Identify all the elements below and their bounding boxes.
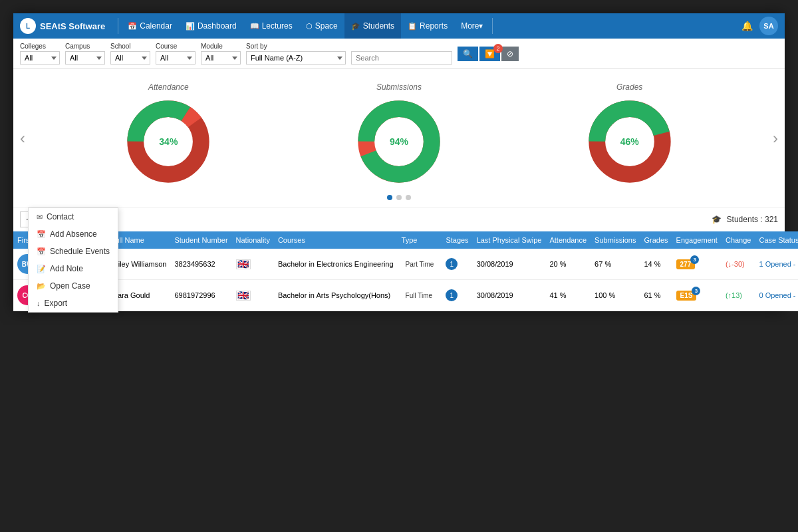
- navbar: L SEAtS Software 📅 Calendar 📊 Dashboard …: [13, 13, 785, 39]
- module-select[interactable]: All: [201, 51, 241, 65]
- nav-more[interactable]: More▾: [454, 13, 489, 39]
- space-icon: ⬡: [306, 22, 313, 31]
- context-contact-label: Contact: [47, 212, 74, 221]
- nav-dashboard-label: Dashboard: [198, 21, 237, 31]
- grades-percent: 46%: [620, 136, 639, 147]
- cell-submissions: 100 %: [591, 280, 640, 311]
- contact-icon: ✉: [37, 213, 43, 221]
- export-icon: ↓: [37, 299, 41, 307]
- students-count-label: Students : 321: [727, 215, 778, 224]
- col-attendance[interactable]: Attendance: [545, 231, 591, 249]
- calendar-icon: 📅: [128, 22, 137, 31]
- avatar[interactable]: SA: [759, 17, 778, 35]
- cell-stages: 1: [442, 249, 472, 280]
- nav-students[interactable]: 🎓 Students: [344, 13, 401, 39]
- lectures-icon: 📖: [250, 22, 259, 31]
- chart-next-button[interactable]: ›: [773, 129, 778, 148]
- chart-dot-2[interactable]: [396, 195, 402, 200]
- col-submissions[interactable]: Submissions: [591, 231, 640, 249]
- col-engagement[interactable]: Engagement: [672, 231, 722, 249]
- course-label: Course: [156, 43, 196, 50]
- school-label: School: [110, 43, 150, 50]
- nav-lectures-label: Lectures: [262, 21, 293, 31]
- brand-name: SEAtS Software: [40, 21, 105, 31]
- campus-select[interactable]: All: [65, 51, 105, 65]
- col-student-number[interactable]: Student Number: [170, 231, 231, 249]
- nav-space[interactable]: ⬡ Space: [299, 13, 344, 39]
- col-last-swipe[interactable]: Last Physical Swipe: [473, 231, 546, 249]
- type-badge: Part Time: [402, 259, 438, 269]
- context-add-note-label: Add Note: [50, 264, 83, 273]
- engagement-badge: 277 3: [676, 259, 696, 269]
- schedule-icon: 📅: [37, 247, 46, 256]
- flag-icon: 🇬🇧: [236, 259, 251, 269]
- context-schedule-events[interactable]: 📅 Schedule Events: [29, 243, 118, 260]
- col-grades[interactable]: Grades: [640, 231, 672, 249]
- clear-filter-button[interactable]: ⊘: [501, 47, 519, 61]
- chart-dot-1[interactable]: [387, 195, 392, 200]
- col-case-status[interactable]: Case Status: [755, 231, 798, 249]
- nav-calendar[interactable]: 📅 Calendar: [121, 13, 179, 39]
- table-row[interactable]: BW Briley Williamson Briley Williamson 3…: [13, 249, 798, 280]
- context-open-case[interactable]: 📂 Open Case: [29, 277, 118, 295]
- cell-change: (↓-30): [722, 249, 755, 280]
- context-open-case-label: Open Case: [50, 281, 90, 291]
- colleges-filter: Colleges All: [20, 43, 60, 65]
- nav-dashboard[interactable]: 📊 Dashboard: [179, 13, 243, 39]
- col-courses[interactable]: Courses: [274, 231, 398, 249]
- submissions-chart: Submissions 94%: [356, 82, 442, 185]
- context-add-absence-label: Add Absence: [50, 229, 97, 239]
- submissions-donut: 94%: [356, 98, 442, 185]
- cell-nationality: 🇬🇧: [232, 280, 274, 311]
- students-count: 🎓 Students : 321: [712, 215, 778, 224]
- sort-filter: Sort by Full Name (A-Z): [246, 43, 346, 65]
- cell-attendance: 41 %: [545, 280, 591, 311]
- table-row[interactable]: CG Clara Gould Clara Gould 6981972996 🇬🇧…: [13, 280, 798, 311]
- campus-label: Campus: [65, 43, 105, 50]
- cell-engagement: E1S 3: [672, 280, 722, 311]
- engagement-sup: 3: [692, 287, 700, 295]
- context-export[interactable]: ↓ Export: [29, 295, 118, 312]
- context-export-label: Export: [45, 299, 68, 308]
- school-select[interactable]: All: [110, 51, 150, 65]
- cell-last-swipe: 30/08/2019: [473, 280, 546, 311]
- cell-last-swipe: 30/08/2019: [473, 249, 546, 280]
- context-add-absence[interactable]: 📅 Add Absence: [29, 225, 118, 243]
- dashboard-icon: 📊: [186, 22, 195, 31]
- sort-label: Sort by: [246, 43, 346, 50]
- sort-select[interactable]: Full Name (A-Z): [246, 51, 346, 65]
- nav-students-label: Students: [363, 21, 394, 31]
- chart-prev-button[interactable]: ‹: [20, 129, 25, 148]
- chart-dots: [13, 195, 785, 200]
- filter-button[interactable]: 🔽 2: [479, 47, 500, 61]
- context-add-note[interactable]: 📝 Add Note: [29, 260, 118, 277]
- col-change[interactable]: Change: [722, 231, 755, 249]
- cell-grades: 61 %: [640, 280, 672, 311]
- filter-badge: 2: [493, 44, 503, 53]
- change-value: (↑13): [726, 291, 742, 299]
- search-input[interactable]: [351, 51, 452, 65]
- attendance-percent: 34%: [159, 136, 178, 147]
- cell-courses: Bachelor in Arts Psychology(Hons): [274, 280, 398, 311]
- colleges-label: Colleges: [20, 43, 60, 50]
- context-contact[interactable]: ✉ Contact: [29, 208, 118, 225]
- colleges-select[interactable]: All: [20, 51, 60, 65]
- campus-filter: Campus All: [65, 43, 105, 65]
- brand[interactable]: L SEAtS Software: [20, 18, 105, 34]
- flag-icon: 🇬🇧: [236, 291, 251, 301]
- col-type[interactable]: Type: [398, 231, 442, 249]
- search-button[interactable]: 🔍: [458, 47, 478, 61]
- context-menu: ✉ Contact 📅 Add Absence 📅 Schedule Event…: [28, 207, 118, 313]
- cell-grades: 14 %: [640, 249, 672, 280]
- nav-reports[interactable]: 📋 Reports: [401, 13, 454, 39]
- course-select[interactable]: All: [156, 51, 196, 65]
- school-filter: School All: [110, 43, 150, 65]
- col-nationality[interactable]: Nationality: [232, 231, 274, 249]
- cell-type: Full Time: [398, 280, 442, 311]
- submissions-title: Submissions: [376, 82, 422, 92]
- nav-reports-label: Reports: [420, 21, 448, 31]
- col-stages[interactable]: Stages: [442, 231, 472, 249]
- nav-lectures[interactable]: 📖 Lectures: [243, 13, 299, 39]
- bell-icon[interactable]: 🔔: [735, 21, 759, 31]
- chart-dot-3[interactable]: [406, 195, 411, 200]
